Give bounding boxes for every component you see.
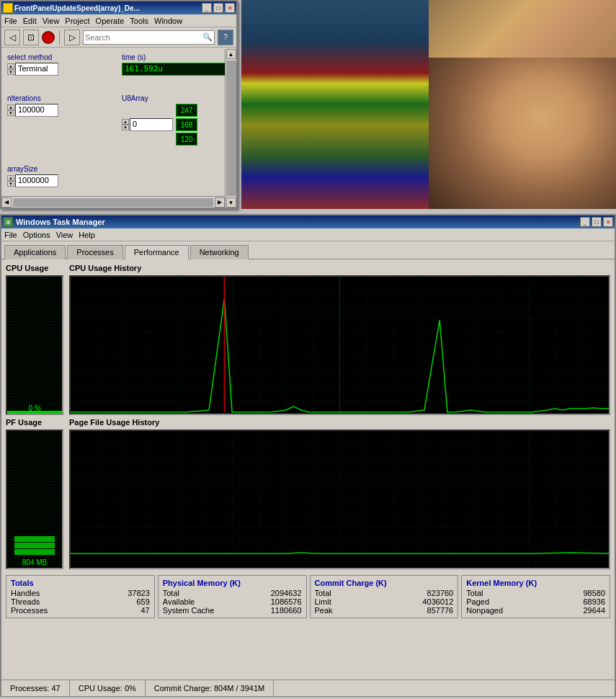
u8array-down[interactable]: ▼ bbox=[122, 125, 129, 130]
menu-options[interactable]: Options bbox=[23, 231, 50, 239]
search-box[interactable]: 🔍 bbox=[83, 30, 215, 45]
tab-applications[interactable]: Applications bbox=[4, 245, 66, 259]
menu-operate[interactable]: Operate bbox=[96, 17, 125, 25]
method-arrows[interactable]: ▲ ▼ bbox=[7, 63, 14, 75]
taskmanager-menubar: File Options View Help bbox=[1, 228, 615, 241]
method-down[interactable]: ▼ bbox=[7, 69, 14, 75]
handles-value: 37823 bbox=[128, 589, 150, 597]
totals-box: Totals Handles 37823 Threads 659 Process… bbox=[6, 575, 155, 618]
arraysize-down[interactable]: ▼ bbox=[7, 181, 14, 187]
labview-titlebar: FrontPanelUpdateSpeed(array)_De... _ □ ✕ bbox=[1, 1, 236, 14]
hscroll-left[interactable]: ◀ bbox=[1, 197, 12, 208]
menu-tools[interactable]: Tools bbox=[130, 17, 148, 25]
method-value[interactable]: Terminal bbox=[15, 63, 58, 76]
kernel-nonpaged-row: Nonpaged 29644 bbox=[466, 606, 605, 615]
taskman-maximize[interactable]: □ bbox=[592, 217, 602, 227]
u8array-arrows[interactable]: ▲ ▼ bbox=[122, 119, 129, 130]
u8array-group: U8Array ▲ ▼ 0 247 168 120 bbox=[120, 93, 232, 160]
niterations-value[interactable]: 100000 bbox=[15, 104, 58, 117]
pf-segments bbox=[14, 507, 55, 556]
niterations-group: nIterations ▲ ▼ 100000 bbox=[6, 93, 117, 160]
scroll-thumb[interactable] bbox=[226, 61, 236, 196]
run-button[interactable] bbox=[42, 31, 55, 44]
arraysize-up[interactable]: ▲ bbox=[7, 175, 14, 181]
hscroll-right[interactable]: ▶ bbox=[215, 197, 225, 208]
menu-help[interactable]: Help bbox=[79, 231, 95, 239]
scrollbar[interactable]: ▲ ▼ bbox=[225, 49, 236, 208]
arraysize-value[interactable]: 1000000 bbox=[15, 174, 58, 187]
u8array-up[interactable]: ▲ bbox=[122, 119, 129, 125]
tab-networking[interactable]: Networking bbox=[190, 245, 249, 259]
method-up[interactable]: ▲ bbox=[7, 63, 14, 69]
separator bbox=[59, 30, 60, 45]
cpu-history-label: CPU Usage History bbox=[69, 264, 610, 272]
method-label: select method bbox=[7, 53, 116, 61]
arraysize-arrows[interactable]: ▲ ▼ bbox=[7, 175, 14, 187]
arrow-button[interactable]: ▷ bbox=[64, 30, 80, 45]
back-button[interactable]: ◁ bbox=[4, 30, 20, 45]
taskmanager-title: Windows Task Manager bbox=[3, 218, 580, 226]
time-group: time (s) 161.592u bbox=[120, 52, 232, 90]
commit-peak-label: Peak bbox=[315, 606, 333, 615]
u8array-label: U8Array bbox=[122, 94, 231, 102]
u8array-spinner: ▲ ▼ 0 bbox=[122, 104, 173, 146]
tab-performance[interactable]: Performance bbox=[125, 245, 189, 259]
niterations-arrows[interactable]: ▲ ▼ bbox=[7, 104, 14, 116]
processes-value: 47 bbox=[141, 606, 150, 615]
u8array-content: ▲ ▼ 0 247 168 120 bbox=[122, 104, 231, 146]
commit-peak-row: Peak 857776 bbox=[315, 606, 454, 615]
phys-available-value: 1086576 bbox=[271, 597, 302, 606]
search-input[interactable] bbox=[85, 33, 202, 42]
menu-file[interactable]: File bbox=[4, 17, 17, 25]
menu-file[interactable]: File bbox=[4, 231, 17, 239]
menu-view[interactable]: View bbox=[43, 17, 60, 25]
kernel-nonpaged-label: Nonpaged bbox=[466, 606, 503, 615]
minimize-button[interactable]: _ bbox=[202, 3, 212, 13]
scroll-down[interactable]: ▼ bbox=[226, 197, 236, 208]
u8array-val-0: 247 bbox=[176, 104, 197, 117]
taskman-minimize[interactable]: _ bbox=[580, 217, 590, 227]
commit-peak-value: 857776 bbox=[427, 606, 454, 615]
commit-limit-row: Limit 4036012 bbox=[315, 597, 454, 606]
scroll-up[interactable]: ▲ bbox=[226, 49, 236, 59]
pf-seg-2 bbox=[14, 543, 55, 548]
labview-content: select method ▲ ▼ Terminal time (s) 161.… bbox=[1, 48, 236, 206]
niterations-up[interactable]: ▲ bbox=[7, 104, 14, 110]
cpu-history-chart bbox=[69, 275, 610, 415]
phys-total-label: Total bbox=[163, 589, 179, 597]
kernel-total-label: Total bbox=[466, 589, 483, 597]
menu-project[interactable]: Project bbox=[65, 17, 89, 25]
cpu-grid bbox=[7, 277, 62, 414]
menu-view[interactable]: View bbox=[56, 231, 73, 239]
cpu-usage-label: CPU Usage bbox=[6, 264, 63, 272]
tab-processes[interactable]: Processes bbox=[67, 245, 122, 259]
pf-history-panel: Page File Usage History bbox=[69, 418, 610, 569]
stats-area: Totals Handles 37823 Threads 659 Process… bbox=[6, 575, 610, 618]
pf-mb-label: 804 MB bbox=[7, 558, 62, 566]
context-help-button[interactable]: ? bbox=[218, 30, 233, 45]
menu-window[interactable]: Window bbox=[154, 17, 182, 25]
background-photo bbox=[241, 0, 616, 209]
close-button[interactable]: ✕ bbox=[225, 3, 235, 13]
method-group: select method ▲ ▼ Terminal bbox=[6, 52, 117, 90]
search-icon[interactable]: 🔍 bbox=[202, 32, 213, 42]
processes-row: Processes 47 bbox=[11, 606, 150, 615]
u8array-index[interactable]: 0 bbox=[130, 118, 173, 131]
maximize-button[interactable]: □ bbox=[213, 3, 223, 13]
hscroll-thumb[interactable] bbox=[13, 198, 213, 207]
snapshot-button[interactable]: ⊡ bbox=[23, 30, 39, 45]
pf-history-label: Page File Usage History bbox=[69, 418, 610, 427]
taskman-close[interactable]: ✕ bbox=[603, 217, 613, 227]
kernel-paged-label: Paged bbox=[466, 597, 489, 606]
taskmanager-window: ⊞ Windows Task Manager _ □ ✕ File Option… bbox=[0, 214, 616, 697]
person-photo bbox=[429, 58, 616, 209]
kernel-paged-row: Paged 68936 bbox=[466, 597, 605, 606]
phys-cache-value: 1180660 bbox=[271, 606, 302, 615]
taskmanager-statusbar: Processes: 47 CPU Usage: 0% Commit Charg… bbox=[1, 680, 615, 695]
u8array-values: 247 168 120 bbox=[176, 104, 197, 146]
menu-edit[interactable]: Edit bbox=[23, 17, 37, 25]
handles-row: Handles 37823 bbox=[11, 589, 150, 597]
niterations-down[interactable]: ▼ bbox=[7, 110, 14, 116]
taskmanager-icon: ⊞ bbox=[3, 217, 13, 227]
hscrollbar[interactable]: ◀ ▶ bbox=[1, 196, 225, 208]
